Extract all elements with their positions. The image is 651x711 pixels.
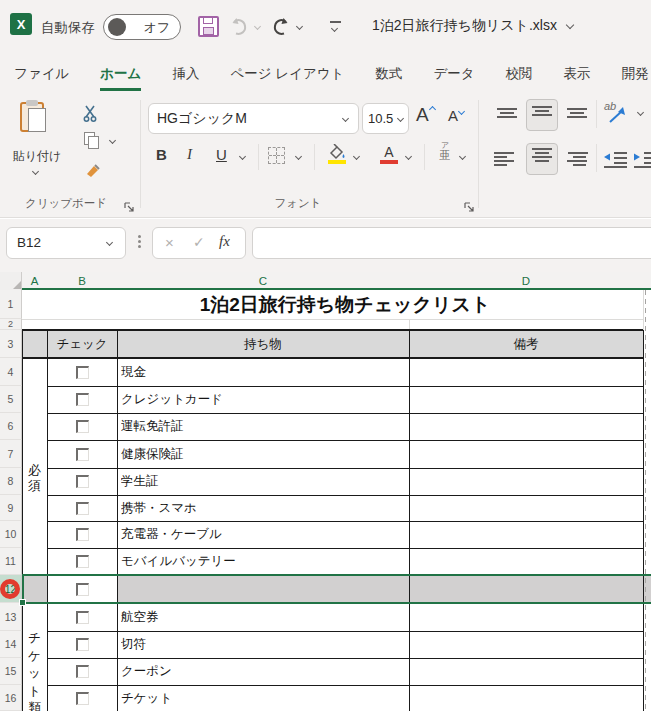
item-cell-row-6[interactable]: 運転免許証 — [121, 413, 405, 440]
cut-icon[interactable] — [82, 104, 100, 122]
row-header-9[interactable]: 9 — [0, 495, 22, 521]
ribbon-tab-挿入[interactable]: 挿入 — [170, 65, 201, 83]
phonetic-dropdown-icon[interactable] — [459, 153, 466, 160]
item-cell-row-10[interactable]: 充電器・ケーブル — [121, 521, 405, 548]
font-name-combobox[interactable]: HGゴシックM — [148, 103, 359, 134]
row-header-7[interactable]: 7 — [0, 440, 22, 468]
bold-button[interactable]: B — [156, 146, 167, 163]
item-cell-row-14[interactable]: 切符 — [121, 631, 405, 658]
align-bottom-button[interactable] — [566, 106, 588, 118]
checkbox-row-8[interactable] — [76, 475, 89, 488]
font-size-combobox[interactable]: 10.5 — [362, 103, 409, 134]
underline-dropdown-icon[interactable] — [239, 153, 246, 160]
paste-dropdown-icon[interactable] — [32, 168, 39, 175]
row-header-16[interactable]: 16 — [0, 685, 22, 711]
fill-color-button[interactable] — [328, 144, 346, 162]
checkbox-row-11[interactable] — [76, 555, 89, 568]
item-cell-row-9[interactable]: 携帯・スマホ — [121, 495, 405, 521]
orientation-button[interactable]: ab — [604, 100, 630, 126]
item-cell-row-4[interactable]: 現金 — [121, 358, 405, 386]
quick-access-customize-icon[interactable] — [330, 21, 341, 23]
item-cell-row-5[interactable]: クレジットカード — [121, 386, 405, 413]
item-cell-row-15[interactable]: クーポン — [121, 658, 405, 685]
italic-button[interactable]: I — [187, 146, 192, 163]
row-header-1[interactable]: 1 — [0, 290, 22, 319]
formula-input[interactable] — [252, 227, 651, 259]
ribbon-tab-開発[interactable]: 開発 — [620, 65, 651, 83]
row-header-2[interactable]: 2 — [0, 319, 22, 330]
copy-dropdown-icon[interactable] — [109, 137, 116, 144]
orientation-dropdown-icon[interactable] — [637, 109, 644, 116]
undo-dropdown-icon[interactable] — [254, 23, 261, 30]
font-color-dropdown-icon[interactable] — [405, 153, 412, 160]
align-right-button[interactable] — [566, 150, 588, 166]
table-header-check[interactable]: チェック — [47, 330, 117, 358]
ribbon-tab-校閲[interactable]: 校閲 — [504, 65, 535, 83]
row-header-8[interactable]: 8 — [0, 468, 22, 495]
autosave-toggle[interactable]: オフ — [103, 14, 181, 40]
item-cell-row-13[interactable]: 航空券 — [121, 603, 405, 631]
enter-icon[interactable]: ✓ — [193, 234, 205, 250]
table-header-note[interactable]: 備考 — [409, 330, 643, 358]
column-header-C[interactable]: C — [117, 272, 409, 289]
redo-dropdown-icon[interactable] — [296, 23, 303, 30]
item-cell-row-7[interactable]: 健康保険証 — [121, 440, 405, 468]
borders-dropdown-icon[interactable] — [295, 153, 302, 160]
save-icon[interactable] — [198, 16, 219, 37]
column-header-B[interactable]: B — [47, 272, 117, 289]
ribbon-tab-データ[interactable]: データ — [431, 65, 476, 83]
insert-function-icon[interactable]: fx — [219, 233, 230, 250]
column-header-D[interactable]: D — [409, 272, 643, 289]
checkbox-row-16[interactable] — [76, 692, 89, 705]
row-header-6[interactable]: 6 — [0, 413, 22, 440]
quick-access-chevron-icon[interactable] — [331, 25, 338, 32]
undo-icon[interactable] — [228, 16, 250, 38]
checkbox-row-7[interactable] — [76, 448, 89, 461]
cancel-icon[interactable]: × — [165, 234, 174, 251]
row-header-13[interactable]: 13 — [0, 603, 22, 631]
ribbon-tab-ページ レイアウト[interactable]: ページ レイアウト — [228, 65, 346, 83]
sheet-title-cell[interactable]: 1泊2日旅行持ち物チェックリスト — [47, 290, 643, 319]
column-header-A[interactable]: A — [22, 272, 47, 289]
increase-font-size-button[interactable]: A — [416, 104, 434, 126]
table-header-item[interactable]: 持ち物 — [117, 330, 409, 358]
font-color-button[interactable]: A — [380, 144, 398, 166]
increase-indent-button[interactable] — [634, 150, 651, 170]
row-header-10[interactable]: 10 — [0, 521, 22, 548]
checkbox-row-10[interactable] — [76, 528, 89, 541]
category-tickets[interactable]: チケット類 — [22, 630, 47, 711]
ribbon-tab-表示[interactable]: 表示 — [562, 65, 593, 83]
copy-icon[interactable] — [84, 132, 102, 150]
category-required[interactable]: 必須 — [22, 463, 47, 493]
row-header-14[interactable]: 14 — [0, 631, 22, 658]
checkbox-row-13[interactable] — [76, 611, 89, 624]
formula-bar-resize-icon[interactable] — [138, 233, 141, 250]
underline-button[interactable]: U — [216, 146, 227, 163]
checkbox-row-15[interactable] — [76, 665, 89, 678]
redo-icon[interactable] — [270, 16, 292, 38]
checkbox-row-14[interactable] — [76, 638, 89, 651]
align-left-button[interactable] — [494, 150, 516, 166]
row-header-3[interactable]: 3 — [0, 330, 22, 358]
checkbox-row-12[interactable] — [76, 583, 89, 596]
checkbox-row-9[interactable] — [76, 502, 89, 515]
item-cell-row-8[interactable]: 学生証 — [121, 468, 405, 495]
item-cell-row-11[interactable]: モバイルバッテリー — [121, 548, 405, 575]
document-title[interactable]: 1泊2日旅行持ち物リスト.xlsx — [372, 17, 573, 35]
format-painter-icon[interactable] — [84, 162, 102, 180]
decrease-indent-button[interactable] — [604, 150, 628, 170]
checkbox-row-5[interactable] — [76, 393, 89, 406]
decrease-font-size-button[interactable]: A — [448, 107, 463, 124]
row-header-5[interactable]: 5 — [0, 386, 22, 413]
name-box[interactable]: B12 — [6, 227, 126, 259]
item-cell-row-16[interactable]: チケット — [121, 685, 405, 711]
checkbox-row-6[interactable] — [76, 420, 89, 433]
ribbon-tab-数式[interactable]: 数式 — [373, 65, 404, 83]
ribbon-tab-ファイル[interactable]: ファイル — [12, 65, 71, 83]
row-header-15[interactable]: 15 — [0, 658, 22, 685]
align-middle-button[interactable] — [526, 99, 558, 131]
checkbox-row-4[interactable] — [76, 366, 89, 379]
ribbon-tab-ホーム[interactable]: ホーム — [98, 65, 143, 83]
fill-color-dropdown-icon[interactable] — [353, 153, 360, 160]
fill-handle[interactable] — [19, 599, 26, 606]
